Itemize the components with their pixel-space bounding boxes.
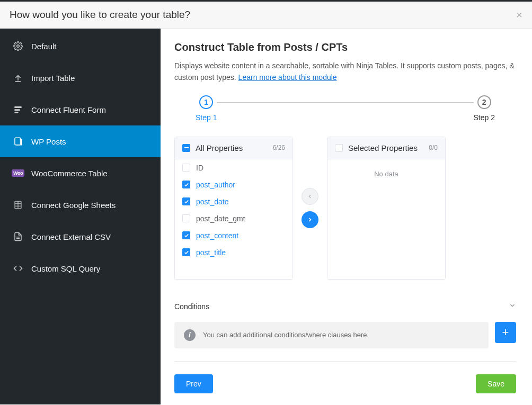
svg-rect-4 xyxy=(15,138,21,145)
sidebar-item-label: Connect Fluent Form xyxy=(31,105,106,114)
property-item[interactable]: ID xyxy=(175,159,292,176)
property-checkbox[interactable] xyxy=(182,197,190,205)
step-line xyxy=(217,102,473,103)
sidebar-item-label: Custom SQL Query xyxy=(31,264,100,273)
sidebar-item-label: Connect Google Sheets xyxy=(31,201,116,210)
chevron-down-icon xyxy=(509,302,516,311)
sidebar-item-external-csv[interactable]: Connect External CSV xyxy=(0,221,161,253)
sidebar-item-label: WooCommerce Table xyxy=(31,169,108,178)
sidebar-item-label: WP Posts xyxy=(31,137,66,146)
property-item[interactable]: post_title xyxy=(175,244,292,261)
file-icon xyxy=(13,231,23,242)
svg-point-0 xyxy=(17,45,20,48)
step-circle: 2 xyxy=(477,95,491,109)
step-2[interactable]: 2 Step 2 xyxy=(474,95,495,122)
property-item[interactable]: post_date_gmt xyxy=(175,210,292,227)
posts-icon xyxy=(13,136,23,147)
property-item[interactable]: post_author xyxy=(175,176,292,193)
sidebar-item-label: Connect External CSV xyxy=(31,232,111,241)
sidebar-item-label: Default xyxy=(31,42,57,51)
gear-icon xyxy=(13,41,23,51)
step-1[interactable]: 1 Step 1 xyxy=(196,95,217,122)
sidebar-item-google-sheets[interactable]: Connect Google Sheets xyxy=(0,189,161,221)
select-all-checkbox[interactable] xyxy=(335,144,343,152)
property-label: post_date_gmt xyxy=(196,214,245,223)
property-checkbox[interactable] xyxy=(182,164,190,172)
svg-rect-1 xyxy=(14,106,22,108)
panel-header: All Properties 6/26 xyxy=(175,137,292,159)
transfer-left-button[interactable] xyxy=(302,188,318,205)
sidebar-item-sql[interactable]: Custom SQL Query xyxy=(0,253,161,284)
page-title: Construct Table from Posts / CPTs xyxy=(174,41,516,53)
close-icon[interactable]: × xyxy=(516,10,522,20)
step-circle: 1 xyxy=(199,95,213,109)
transfer-right-button[interactable] xyxy=(302,211,318,228)
form-icon xyxy=(13,104,23,115)
learn-more-link[interactable]: Learn more about this module xyxy=(238,73,337,82)
step-label: Step 2 xyxy=(474,113,495,122)
conditions-info: i You can add additional conditions/wher… xyxy=(174,322,489,348)
sidebar-item-default[interactable]: Default xyxy=(0,30,161,62)
sidebar-item-wp-posts[interactable]: WP Posts xyxy=(0,125,161,157)
prev-button[interactable]: Prev xyxy=(174,374,213,393)
svg-rect-3 xyxy=(14,112,19,113)
footer-buttons: Prev Save xyxy=(174,374,516,393)
divider xyxy=(174,361,516,362)
property-checkbox[interactable] xyxy=(182,181,190,188)
step-label: Step 1 xyxy=(196,113,217,122)
code-icon xyxy=(13,263,23,274)
main-content: Construct Table from Posts / CPTs Displa… xyxy=(161,29,532,404)
stepper: 1 Step 1 2 Step 2 xyxy=(174,95,516,122)
panel-count: 6/26 xyxy=(273,144,285,151)
property-checkbox[interactable] xyxy=(182,214,190,222)
property-label: post_date xyxy=(196,197,229,206)
property-item[interactable]: post_date xyxy=(175,193,292,210)
transfer-right: Selected Properties 0/0 No data xyxy=(327,137,446,280)
property-label: post_title xyxy=(196,248,226,257)
select-all-checkbox[interactable] xyxy=(182,144,190,152)
svg-rect-2 xyxy=(14,109,20,111)
conditions-row: i You can add additional conditions/wher… xyxy=(174,322,516,348)
sheets-icon xyxy=(13,200,23,210)
property-label: post_content xyxy=(196,231,238,240)
property-checkbox[interactable] xyxy=(182,231,190,239)
property-label: post_author xyxy=(196,181,235,189)
properties-list[interactable]: IDpost_authorpost_datepost_date_gmtpost_… xyxy=(175,159,292,279)
transfer-buttons xyxy=(302,188,318,228)
info-text: You can add additional conditions/where … xyxy=(203,331,369,339)
conditions-title: Conditions xyxy=(174,302,209,311)
transfer-left: All Properties 6/26 IDpost_authorpost_da… xyxy=(174,137,293,280)
property-checkbox[interactable] xyxy=(182,248,190,256)
panel-count: 0/0 xyxy=(429,144,438,151)
empty-message: No data xyxy=(327,159,445,188)
panel-title: All Properties xyxy=(196,143,273,152)
modal-title: How would you like to create your table? xyxy=(10,9,190,21)
add-condition-button[interactable]: + xyxy=(495,322,516,343)
transfer-panel: All Properties 6/26 IDpost_authorpost_da… xyxy=(174,137,516,280)
sidebar-item-fluent-form[interactable]: Connect Fluent Form xyxy=(0,94,161,125)
sidebar-item-woocommerce[interactable]: Woo WooCommerce Table xyxy=(0,157,161,189)
save-button[interactable]: Save xyxy=(476,374,516,393)
modal-header: How would you like to create your table?… xyxy=(0,2,532,29)
sidebar: Default Import Table Connect Fluent Form… xyxy=(0,29,161,404)
panel-title: Selected Properties xyxy=(348,143,429,152)
sidebar-item-label: Import Table xyxy=(31,74,75,83)
property-item[interactable]: post_content xyxy=(175,227,292,244)
sidebar-item-import[interactable]: Import Table xyxy=(0,62,161,94)
woocommerce-icon: Woo xyxy=(13,168,23,178)
info-icon: i xyxy=(184,329,196,341)
panel-header: Selected Properties 0/0 xyxy=(327,137,445,159)
upload-icon xyxy=(13,73,23,83)
page-description: Displays website content in a searchable… xyxy=(174,60,516,84)
conditions-toggle[interactable]: Conditions xyxy=(174,298,516,316)
property-label: ID xyxy=(196,164,203,172)
